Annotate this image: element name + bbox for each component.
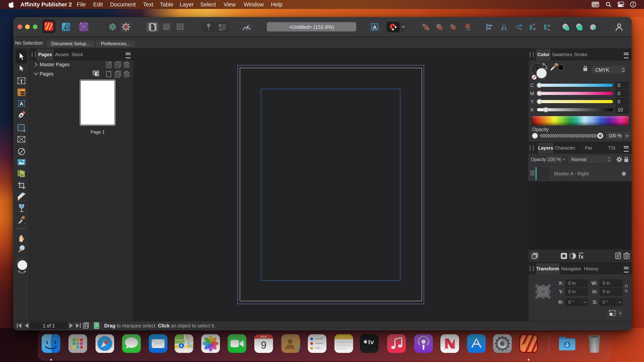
- svg-text:NOV: NOV: [260, 335, 267, 338]
- svg-text:A: A: [373, 24, 377, 30]
- svg-text:A: A: [20, 101, 23, 107]
- svg-text:fx: fx: [578, 253, 584, 260]
- svg-text:T: T: [20, 78, 23, 84]
- svg-text:tv: tv: [368, 338, 374, 346]
- svg-text:9: 9: [261, 340, 266, 351]
